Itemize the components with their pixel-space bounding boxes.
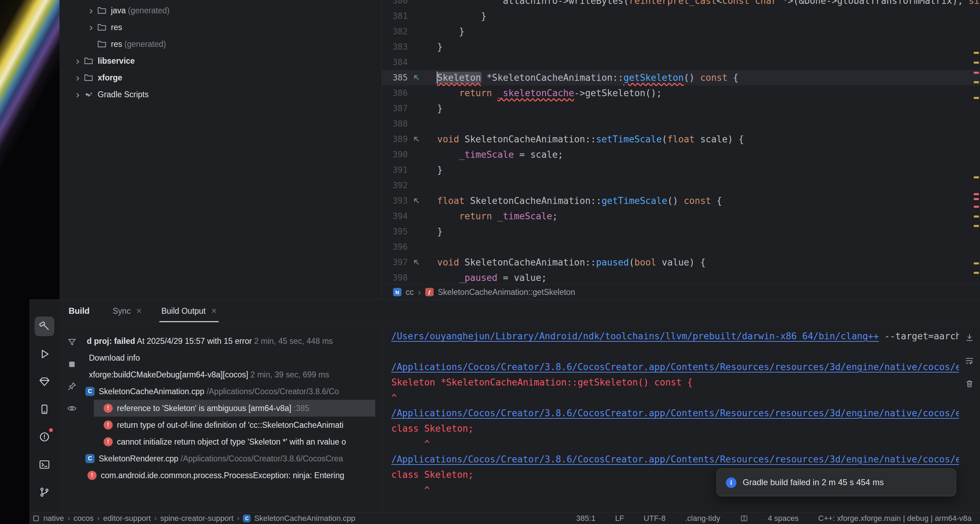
breadcrumb-item[interactable]: SkeletonCacheAnimation::getSkeleton [438, 287, 575, 297]
build-tree-row[interactable]: Download info [84, 349, 382, 366]
build-tree-row[interactable]: CSkeletonCacheAnimation.cpp /Application… [84, 383, 382, 400]
notification-toast[interactable]: i Gradle build failed in 2 m 45 s 454 ms [716, 468, 956, 496]
file-link[interactable]: /Applications/Cocos/Creator/3.8.6/CocosC… [391, 454, 959, 465]
status-path-item[interactable]: cocos [73, 514, 94, 523]
error-stripe-mark[interactable] [974, 52, 979, 54]
goto-declaration-icon[interactable] [412, 135, 421, 144]
goto-declaration-icon[interactable] [412, 196, 421, 205]
build-tree-row[interactable]: !cannot initialize return object of type… [84, 433, 382, 450]
code-line-388[interactable]: 388 [382, 116, 980, 132]
code-line-381[interactable]: 381 } [382, 8, 980, 24]
build-tree-text: xforge:buildCMakeDebug[arm64-v8a][cocos]… [89, 370, 329, 380]
tree-item-java-generated-[interactable]: ›java (generated) [59, 2, 382, 19]
code-line-396[interactable]: 396 [382, 239, 980, 255]
status-widget-385-1[interactable]: 385:1 [576, 514, 595, 523]
eye-button[interactable] [65, 401, 79, 415]
filter-button[interactable] [65, 335, 79, 349]
code-line-395[interactable]: 395} [382, 224, 980, 239]
code-line-384[interactable]: 384 [382, 55, 980, 70]
chevron-right-icon[interactable]: › [72, 56, 83, 66]
tree-item-gradle-scripts[interactable]: ›Gradle Scripts [59, 86, 382, 103]
file-link[interactable]: /Applications/Cocos/Creator/3.8.6/CocosC… [391, 362, 959, 372]
terminal-button[interactable] [35, 455, 54, 474]
error-stripe-mark[interactable] [974, 198, 979, 200]
code-line-397[interactable]: 397void SkeletonCacheAnimation::paused(b… [382, 255, 980, 270]
problems-button[interactable] [35, 427, 54, 447]
gradle-icon [83, 89, 94, 100]
device-manager-button[interactable] [35, 400, 54, 419]
profiler-button[interactable] [35, 372, 54, 391]
scroll-to-end-icon [965, 333, 974, 343]
build-button[interactable] [35, 317, 54, 336]
status-widget-utf-8[interactable]: UTF-8 [644, 514, 665, 523]
chevron-right-icon[interactable]: › [85, 5, 97, 16]
pin-button[interactable] [65, 379, 79, 393]
error-stripe-mark[interactable] [974, 62, 979, 64]
code-line-380[interactable]: 380 attachInfo->writeBytes(reinterpret_c… [382, 0, 980, 8]
reader-mode-icon[interactable] [740, 514, 748, 522]
error-stripe-mark[interactable] [974, 206, 979, 208]
code-line-386[interactable]: 386 return _skeletonCache->getSkeleton()… [382, 85, 980, 101]
error-stripe-mark[interactable] [974, 216, 979, 218]
tab-sync[interactable]: Sync× [111, 300, 144, 322]
file-link[interactable]: /Users/ouyanghejun/Library/Android/ndk/t… [391, 331, 879, 341]
goto-declaration-icon[interactable] [412, 258, 421, 267]
tree-item-xforge[interactable]: ›xforge [59, 69, 382, 86]
error-stripe-mark[interactable] [974, 97, 979, 99]
error-stripe-mark[interactable] [974, 225, 979, 227]
clear-button[interactable] [963, 377, 977, 391]
code-line-385[interactable]: 385Skeleton *SkeletonCacheAnimation::get… [382, 70, 980, 85]
soft-wrap-button[interactable] [963, 354, 977, 368]
build-tree-row[interactable]: d proj: failed At 2025/4/29 15:57 with 1… [84, 333, 382, 349]
tree-item-res[interactable]: ›res [59, 19, 382, 36]
code-line-387[interactable]: 387} [382, 101, 980, 116]
close-icon[interactable]: × [136, 306, 142, 316]
status-path-item[interactable]: editor-support [103, 514, 151, 523]
goto-declaration-icon[interactable] [412, 73, 421, 82]
build-tree-row[interactable]: !com.android.ide.common.process.ProcessE… [84, 467, 382, 484]
status-file-name[interactable]: SkeletonCacheAnimation.cpp [254, 514, 355, 523]
window-icon[interactable] [32, 514, 40, 522]
stop-button[interactable] [65, 357, 79, 371]
build-tree-row[interactable]: CSkeletonRenderer.cpp /Applications/Coco… [84, 450, 382, 467]
error-stripe-mark[interactable] [974, 262, 979, 264]
build-tree-row[interactable]: !return type of out-of-line definition o… [84, 417, 382, 433]
code-line-391[interactable]: 391} [382, 162, 980, 178]
breadcrumb-item[interactable]: cc [406, 287, 414, 297]
code-line-382[interactable]: 382 } [382, 24, 980, 39]
code-line-393[interactable]: 393float SkeletonCacheAnimation::getTime… [382, 193, 980, 208]
status-widget--clang-tidy[interactable]: .clang-tidy [685, 514, 720, 523]
tree-item-res-generated-[interactable]: res (generated) [59, 36, 382, 52]
code-line-398[interactable]: 398 _paused = value; [382, 270, 980, 284]
version-control-button[interactable] [35, 483, 54, 502]
error-stripe-mark[interactable] [974, 176, 979, 178]
tree-item-libservice[interactable]: ›libservice [59, 52, 382, 69]
run-button[interactable] [35, 344, 54, 364]
status-widget-lf[interactable]: LF [615, 514, 624, 523]
build-tree-row[interactable]: xforge:buildCMakeDebug[arm64-v8a][cocos]… [84, 366, 382, 383]
chevron-right-icon[interactable]: › [85, 22, 97, 33]
code-area[interactable]: 380 attachInfo->writeBytes(reinterpret_c… [382, 0, 980, 284]
code-line-383[interactable]: 383} [382, 39, 980, 55]
error-stripe-mark[interactable] [974, 72, 979, 74]
status-path-item[interactable]: spine-creator-support [160, 514, 234, 523]
code-line-390[interactable]: 390 _timeScale = scale; [382, 147, 980, 162]
code-line-389[interactable]: 389void SkeletonCacheAnimation::setTimeS… [382, 132, 980, 147]
status-path-item[interactable]: native [43, 514, 64, 523]
editor[interactable]: 380 attachInfo->writeBytes(reinterpret_c… [382, 0, 980, 299]
code-line-392[interactable]: 392 [382, 178, 980, 193]
status-widget-c-xforge-xforge-main-debug-arm64-v8a[interactable]: C++: xforge.xforge.main | debug | arm64-… [818, 514, 972, 523]
tab-build-output[interactable]: Build Output× [159, 300, 219, 322]
status-widget-4-spaces[interactable]: 4 spaces [768, 514, 799, 523]
chevron-right-icon[interactable]: › [72, 72, 83, 83]
error-stripe-mark[interactable] [974, 81, 979, 83]
file-link[interactable]: /Applications/Cocos/Creator/3.8.6/CocosC… [391, 408, 959, 418]
chevron-right-icon[interactable]: › [72, 89, 83, 100]
close-icon[interactable]: × [212, 306, 217, 316]
code-line-394[interactable]: 394 return _timeScale; [382, 208, 980, 224]
build-tree-row[interactable]: !reference to 'Skeleton' is ambiguous [a… [84, 400, 382, 417]
scroll-to-end-button[interactable] [963, 330, 977, 345]
error-stripe-mark[interactable] [974, 272, 979, 274]
eye-icon [67, 403, 77, 413]
error-stripe-mark[interactable] [974, 193, 979, 195]
